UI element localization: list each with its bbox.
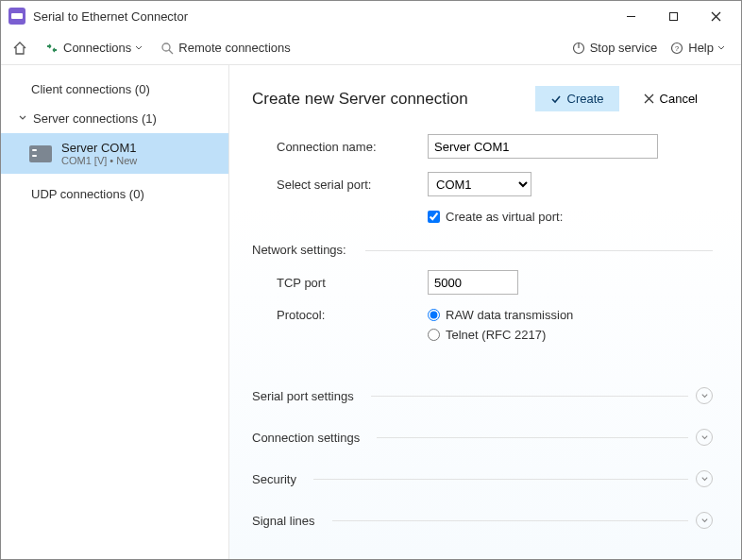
- check-icon: [550, 93, 562, 105]
- server-connections-group[interactable]: Server connections (1): [1, 104, 228, 133]
- minimize-button[interactable]: [610, 2, 652, 30]
- window-title: Serial to Ethernet Connector: [33, 9, 610, 24]
- expander-label: Security: [252, 472, 306, 486]
- page-title: Create new Server connection: [252, 90, 535, 109]
- tcp-port-input[interactable]: [428, 270, 518, 295]
- expander-label: Serial port settings: [252, 389, 363, 403]
- svg-rect-0: [11, 13, 23, 19]
- protocol-telnet-label: Telnet (RFC 2217): [446, 328, 546, 342]
- connection-settings-expander[interactable]: Connection settings: [252, 417, 713, 457]
- remote-connections-label: Remote connections: [178, 41, 291, 55]
- chevron-down-icon: [696, 429, 713, 446]
- create-button-label: Create: [567, 92, 604, 106]
- create-button[interactable]: Create: [535, 86, 619, 111]
- stop-service-label: Stop service: [590, 41, 658, 55]
- connections-menu[interactable]: Connections: [45, 41, 147, 55]
- connections-label: Connections: [63, 41, 131, 55]
- svg-rect-2: [670, 12, 678, 20]
- sidebar-item-subtitle: COM1 [V] • New: [61, 155, 137, 166]
- sidebar-item-title: Server COM1: [61, 141, 137, 155]
- expander-label: Connection settings: [252, 431, 369, 445]
- close-button[interactable]: [695, 2, 737, 30]
- protocol-telnet-radio[interactable]: [428, 329, 440, 341]
- server-icon: [29, 145, 52, 162]
- connection-name-label: Connection name:: [277, 140, 428, 154]
- remote-connections-button[interactable]: Remote connections: [160, 41, 291, 55]
- chevron-down-icon: [696, 470, 713, 487]
- chevron-down-icon: [717, 44, 725, 52]
- protocol-raw-label: RAW data transmission: [446, 308, 573, 322]
- create-virtual-checkbox[interactable]: [428, 211, 440, 223]
- toolbar: Connections Remote connections Stop serv…: [1, 31, 741, 65]
- security-expander[interactable]: Security: [252, 459, 713, 499]
- chevron-down-icon: [18, 111, 27, 126]
- select-port-label: Select serial port:: [277, 178, 428, 192]
- maximize-button[interactable]: [652, 2, 695, 30]
- tcp-port-label: TCP port: [277, 276, 428, 290]
- server-group-label: Server connections (1): [33, 111, 157, 126]
- stop-service-button[interactable]: Stop service: [572, 41, 658, 55]
- serial-port-settings-expander[interactable]: Serial port settings: [252, 376, 713, 416]
- client-connections-group[interactable]: Client connections (0): [1, 75, 228, 104]
- connection-name-input[interactable]: [428, 134, 658, 159]
- expander-label: Signal lines: [252, 514, 325, 528]
- content-pane: Create new Server connection Create Canc…: [229, 65, 741, 559]
- signal-lines-expander[interactable]: Signal lines: [252, 501, 713, 540]
- svg-point-5: [162, 43, 170, 51]
- serial-port-select[interactable]: COM1: [428, 172, 531, 196]
- create-virtual-label: Create as virtual port:: [446, 210, 563, 224]
- help-menu[interactable]: ? Help: [670, 41, 730, 55]
- svg-line-6: [169, 50, 173, 54]
- cancel-button[interactable]: Cancel: [629, 86, 713, 111]
- app-icon: [8, 8, 25, 25]
- chevron-down-icon: [696, 387, 713, 404]
- titlebar: Serial to Ethernet Connector: [1, 1, 741, 31]
- network-settings-heading: Network settings:: [252, 243, 713, 257]
- home-button[interactable]: [12, 41, 32, 56]
- svg-text:?: ?: [675, 44, 680, 53]
- client-group-label: Client connections (0): [31, 82, 150, 96]
- cancel-button-label: Cancel: [660, 92, 698, 106]
- chevron-down-icon: [696, 512, 713, 529]
- sidebar-item-server-com1[interactable]: Server COM1 COM1 [V] • New: [1, 133, 228, 174]
- sidebar: Client connections (0) Server connection…: [1, 65, 229, 559]
- udp-group-label: UDP connections (0): [31, 187, 144, 201]
- chevron-down-icon: [135, 44, 143, 52]
- udp-connections-group[interactable]: UDP connections (0): [1, 179, 228, 209]
- protocol-label: Protocol:: [277, 308, 428, 322]
- protocol-raw-radio[interactable]: [428, 309, 440, 321]
- help-label: Help: [688, 41, 714, 55]
- close-icon: [644, 93, 654, 104]
